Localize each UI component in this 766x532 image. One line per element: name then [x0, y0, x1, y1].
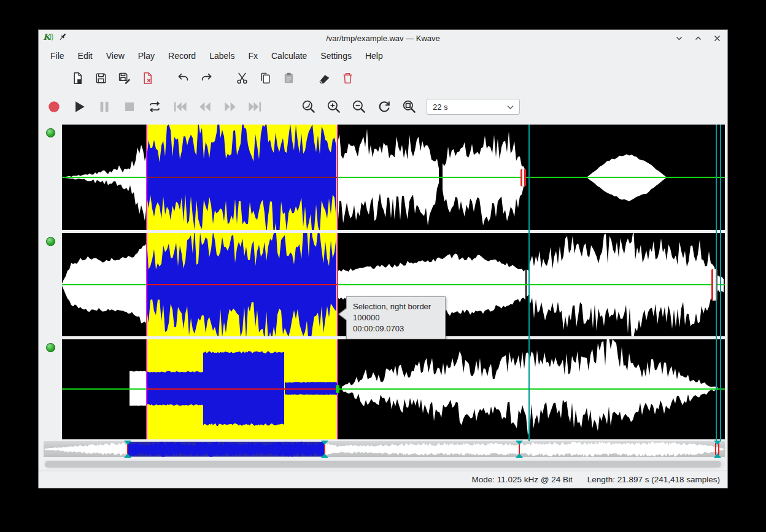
undo-button[interactable] [175, 70, 191, 86]
zoom-out-button[interactable] [351, 99, 367, 115]
stop-button[interactable] [122, 99, 137, 115]
open-file-button[interactable] [69, 70, 85, 86]
cut-button[interactable] [234, 70, 250, 86]
window-title: /var/tmp/example.wav — Kwave [39, 34, 727, 43]
waveform-track-1[interactable] [62, 125, 725, 230]
svg-text:K: K [43, 32, 52, 42]
horizontal-scrollbar[interactable] [44, 460, 725, 469]
statusbar: Mode: 11.025 kHz @ 24 Bit Length: 21.897… [39, 471, 727, 488]
desktop: /var/tmp/example.wav — Kwave K File Edit… [0, 0, 766, 532]
track1-enabled-led[interactable] [46, 128, 55, 137]
menu-calculate[interactable]: Calculate [265, 48, 313, 63]
menu-labels[interactable]: Labels [203, 48, 241, 63]
zoom-level-select[interactable]: 22 s [427, 99, 520, 115]
menu-record[interactable]: Record [162, 48, 202, 63]
selection-left-border[interactable] [146, 233, 147, 336]
delete-button[interactable] [339, 70, 355, 86]
label-line[interactable] [716, 125, 717, 442]
overview-marker-label[interactable] [516, 441, 523, 457]
close-file-button[interactable] [139, 70, 155, 86]
tooltip-sample: 100000 [353, 312, 439, 323]
forward-button[interactable] [222, 99, 238, 115]
zoom-all-button[interactable] [401, 99, 417, 115]
selection-left-border[interactable] [146, 339, 147, 439]
menu-edit[interactable]: Edit [72, 48, 99, 63]
status-mode: Mode: 11.025 kHz @ 24 Bit [472, 475, 573, 484]
rewind-button[interactable] [197, 99, 213, 115]
label-line[interactable] [528, 125, 530, 442]
label-line[interactable] [720, 125, 721, 442]
tooltip-title: Selection, right border [353, 301, 439, 312]
track3-enabled-led[interactable] [46, 343, 55, 352]
save-button[interactable] [93, 70, 109, 86]
menubar: File Edit View Play Record Labels Fx Cal… [39, 47, 727, 65]
paste-button[interactable] [280, 70, 296, 86]
pin-icon[interactable] [58, 33, 68, 44]
play-button[interactable] [71, 99, 87, 115]
redo-button[interactable] [198, 70, 214, 86]
menu-help[interactable]: Help [359, 48, 389, 63]
kwave-window: /var/tmp/example.wav — Kwave K File Edit… [38, 29, 728, 488]
copy-button[interactable] [257, 70, 273, 86]
tooltip-time: 00:00:09.0703 [353, 323, 439, 334]
menu-file[interactable]: File [44, 48, 71, 63]
kwave-app-icon: K [43, 32, 53, 45]
close-button[interactable] [711, 33, 722, 44]
waveform-track-3[interactable] [62, 339, 725, 439]
marker-red [520, 169, 526, 187]
overview-marker-selection-right[interactable] [321, 441, 328, 457]
zoom-selection-button[interactable] [301, 99, 317, 115]
loop-button[interactable] [147, 99, 163, 115]
skip-back-button[interactable] [172, 99, 188, 115]
pause-button[interactable] [96, 99, 112, 115]
status-length: Length: 21.897 s (241,418 samples) [587, 475, 720, 484]
playback-toolbar: 22 s [39, 91, 727, 123]
menu-fx[interactable]: Fx [242, 48, 264, 63]
skip-forward-button[interactable] [247, 99, 263, 115]
zoom-in-button[interactable] [326, 99, 342, 115]
selection-left-border[interactable] [146, 125, 147, 230]
menu-settings[interactable]: Settings [314, 48, 358, 63]
maximize-button[interactable] [692, 33, 703, 44]
selection-right-border[interactable] [337, 125, 338, 230]
scrollbar-thumb[interactable] [45, 461, 721, 468]
zoom-revert-button[interactable] [376, 99, 392, 115]
chevron-down-icon [507, 101, 514, 112]
file-toolbar [39, 65, 727, 91]
overview-marker-label[interactable] [714, 441, 721, 457]
zoom-level-value: 22 s [433, 102, 448, 112]
overview-bar[interactable] [44, 441, 725, 457]
new-file-button[interactable] [46, 70, 62, 86]
record-button[interactable] [46, 99, 62, 115]
zero-crossing-mark [336, 385, 339, 393]
titlebar[interactable]: /var/tmp/example.wav — Kwave K [39, 30, 727, 47]
selection-tooltip: Selection, right border 100000 00:00:09.… [346, 296, 446, 339]
save-as-button[interactable] [116, 70, 132, 86]
menu-view[interactable]: View [100, 48, 131, 63]
overview-marker-selection-left[interactable] [124, 441, 131, 457]
eraser-button[interactable] [316, 70, 332, 86]
track2-enabled-led[interactable] [46, 237, 55, 246]
menu-play[interactable]: Play [132, 48, 161, 63]
minimize-button[interactable] [673, 33, 684, 44]
